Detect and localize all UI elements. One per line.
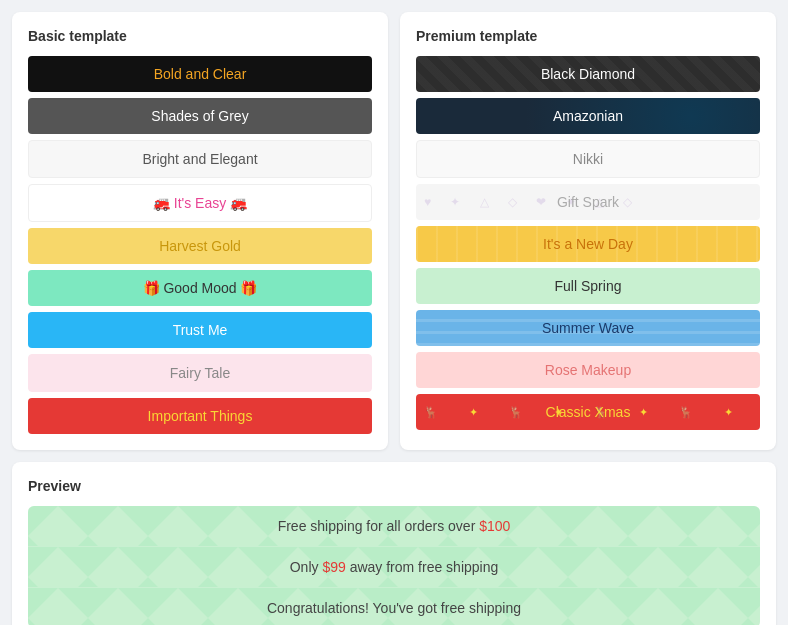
basic-template-list: Bold and Clear Shades of Grey Bright and… [28,56,372,434]
preview-container: Free shipping for all orders over $100 O… [28,506,760,625]
template-its-new-day[interactable]: It's a New Day [416,226,760,262]
template-fairy-tale[interactable]: Fairy Tale [28,354,372,392]
premium-template-list: Black Diamond Amazonian Nikki Gift Spark… [416,56,760,430]
template-classic-xmas[interactable]: Classic Xmas [416,394,760,430]
template-its-easy[interactable]: 🚒 It's Easy 🚒 [28,184,372,222]
template-rose-makeup[interactable]: Rose Makeup [416,352,760,388]
template-shades-grey[interactable]: Shades of Grey [28,98,372,134]
preview-text-2: Only $99 away from free shipping [290,559,499,575]
template-trust-me[interactable]: Trust Me [28,312,372,348]
template-bright-elegant[interactable]: Bright and Elegant [28,140,372,178]
template-bold-clear[interactable]: Bold and Clear [28,56,372,92]
basic-template-title: Basic template [28,28,372,44]
preview-row-away: Only $99 away from free shipping [28,546,760,587]
preview-panel: Preview Free shipping for all orders ove… [12,462,776,625]
basic-template-panel: Basic template Bold and Clear Shades of … [12,12,388,450]
template-good-mood[interactable]: 🎁 Good Mood 🎁 [28,270,372,306]
template-full-spring[interactable]: Full Spring [416,268,760,304]
preview-row-free-shipping: Free shipping for all orders over $100 [28,506,760,546]
template-black-diamond[interactable]: Black Diamond [416,56,760,92]
preview-row-congrats: Congratulations! You've got free shippin… [28,587,760,625]
template-amazonian[interactable]: Amazonian [416,98,760,134]
template-harvest-gold[interactable]: Harvest Gold [28,228,372,264]
premium-template-panel: Premium template Black Diamond Amazonian… [400,12,776,450]
premium-template-title: Premium template [416,28,760,44]
template-nikki[interactable]: Nikki [416,140,760,178]
preview-text-3: Congratulations! You've got free shippin… [267,600,521,616]
preview-text-1: Free shipping for all orders over $100 [278,518,511,534]
template-summer-wave[interactable]: Summer Wave [416,310,760,346]
preview-title: Preview [28,478,760,494]
template-important-things[interactable]: Important Things [28,398,372,434]
template-gift-spark[interactable]: Gift Spark [416,184,760,220]
